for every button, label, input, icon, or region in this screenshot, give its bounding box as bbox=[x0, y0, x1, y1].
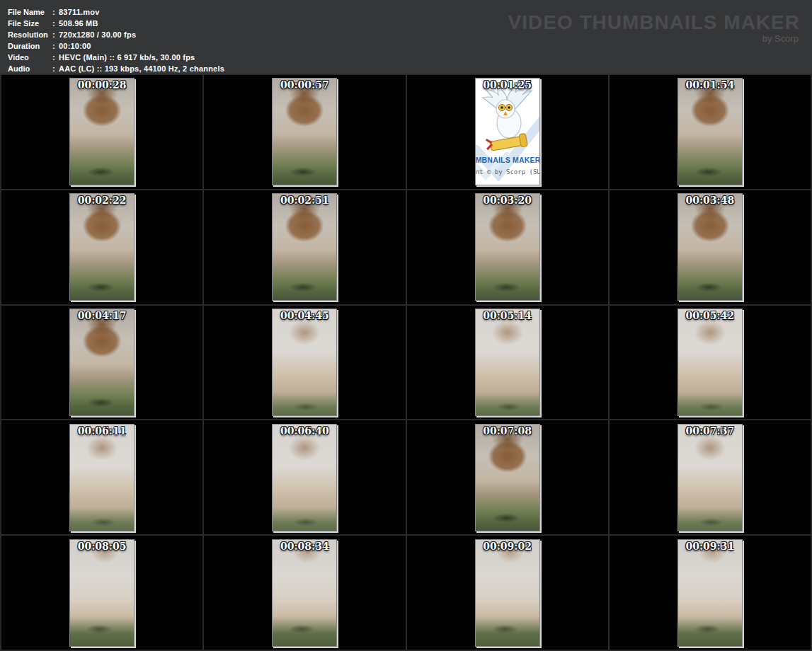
video-thumbnail: 00:09:02 bbox=[475, 539, 540, 647]
thumbnail-cell: 00:02:51 bbox=[204, 190, 405, 304]
video-thumbnail: 00:06:40 bbox=[272, 424, 337, 531]
video-thumbnail: 00:03:20 bbox=[475, 193, 540, 301]
video-thumbnail: 00:07:37 bbox=[677, 424, 743, 531]
info-header: File Name:83711.mov File Size:508.96 MB … bbox=[0, 0, 812, 74]
watermark-title: MBNAILS MAKER 8 bbox=[476, 156, 539, 164]
thumbnail-cell: 00:05:14 bbox=[407, 306, 608, 420]
file-info-separator: : bbox=[52, 29, 59, 40]
video-thumbnail: 00:06:11 bbox=[69, 424, 135, 531]
file-info-label: Video bbox=[8, 52, 52, 63]
timestamp-overlay: 00:01:25 bbox=[476, 79, 539, 91]
timestamp-overlay: 00:02:51 bbox=[273, 195, 336, 206]
file-info-label: File Name bbox=[8, 6, 52, 18]
owl-with-scroll-icon bbox=[479, 85, 536, 153]
thumbnail-cell: 00:08:05 bbox=[1, 536, 202, 650]
timestamp-overlay: 00:08:05 bbox=[70, 541, 134, 552]
file-info-label: File Size bbox=[8, 18, 52, 29]
thumbnail-cell: 00:03:48 bbox=[610, 190, 811, 304]
timestamp-overlay: 00:01:54 bbox=[678, 79, 742, 91]
timestamp-overlay: 00:09:02 bbox=[476, 541, 539, 552]
video-thumbnail: 00:08:34 bbox=[272, 539, 337, 647]
timestamp-overlay: 00:05:14 bbox=[476, 310, 539, 321]
thumbnail-cell: 00:04:45 bbox=[204, 306, 405, 420]
thumbnail-cell: 00:08:34 bbox=[204, 536, 405, 650]
watermark-title-text: MBNAILS MAKER bbox=[476, 156, 540, 164]
thumbnail-cell: 00:07:08 bbox=[407, 420, 608, 534]
file-info-value: 83711.mov bbox=[59, 8, 99, 16]
thumbnail-cell: 00:00:28 bbox=[1, 75, 202, 189]
file-info-value: 720x1280 / 30.00 fps bbox=[59, 30, 136, 39]
file-info-value: 00:10:00 bbox=[59, 42, 91, 50]
timestamp-overlay: 00:03:20 bbox=[476, 195, 539, 206]
file-info-label: Duration bbox=[8, 40, 52, 52]
video-thumbnail: 00:05:14 bbox=[475, 309, 540, 416]
video-thumbnail: 00:02:22 bbox=[69, 193, 135, 301]
timestamp-overlay: 00:07:37 bbox=[678, 425, 742, 437]
thumbnail-cell: 00:02:22 bbox=[1, 190, 202, 304]
thumbnail-grid: 00:00:28 00:00:57 bbox=[0, 74, 812, 651]
thumbnail-cell: 00:07:37 bbox=[610, 420, 811, 534]
app-logo: VIDEO THUMBNAILS MAKER by Scorp bbox=[508, 13, 800, 44]
thumbnail-cell: MBNAILS MAKER 8 nt © by Scorp (SU 00:01:… bbox=[407, 75, 608, 189]
file-info-value: AAC (LC) :: 193 kbps, 44100 Hz, 2 channe… bbox=[59, 64, 224, 73]
video-thumbnail: 00:05:42 bbox=[677, 309, 743, 416]
thumbnail-cell: 00:05:42 bbox=[610, 306, 811, 420]
thumbnail-cell: 00:00:57 bbox=[204, 75, 405, 189]
video-thumbnail: 00:00:57 bbox=[272, 78, 337, 185]
timestamp-overlay: 00:07:08 bbox=[476, 425, 539, 437]
video-thumbnail: 00:01:54 bbox=[677, 78, 743, 185]
video-thumbnail: 00:08:05 bbox=[69, 539, 135, 647]
file-info-separator: : bbox=[52, 18, 59, 29]
timestamp-overlay: 00:00:57 bbox=[273, 79, 336, 91]
thumbnail-cell: 00:03:20 bbox=[407, 190, 608, 304]
file-info-separator: : bbox=[52, 63, 59, 74]
video-thumbnail: 00:04:45 bbox=[272, 309, 337, 416]
watermark-copyright-text: nt © by Scorp (SU bbox=[476, 168, 539, 175]
video-thumbnail: 00:00:28 bbox=[69, 78, 135, 185]
file-info-separator: : bbox=[52, 6, 59, 18]
app-logo-subtitle: by Scorp bbox=[508, 33, 799, 44]
thumbnail-cell: 00:01:54 bbox=[610, 75, 811, 189]
timestamp-overlay: 00:09:31 bbox=[678, 541, 742, 552]
thumbnail-cell: 00:04:17 bbox=[1, 306, 202, 420]
video-thumbnail: MBNAILS MAKER 8 nt © by Scorp (SU 00:01:… bbox=[475, 78, 540, 185]
timestamp-overlay: 00:03:48 bbox=[678, 195, 742, 206]
video-thumbnail: 00:03:48 bbox=[677, 193, 743, 301]
thumbnail-cell: 00:06:11 bbox=[1, 420, 202, 534]
video-thumbnail: 00:09:31 bbox=[677, 539, 743, 647]
file-info-row: Audio:AAC (LC) :: 193 kbps, 44100 Hz, 2 … bbox=[8, 63, 812, 74]
video-thumbnail: 00:02:51 bbox=[272, 193, 337, 301]
file-info-row: Video:HEVC (Main) :: 6 917 kb/s, 30.00 f… bbox=[8, 52, 812, 63]
video-thumbnail: 00:04:17 bbox=[69, 309, 135, 416]
file-info-value: 508.96 MB bbox=[59, 19, 98, 28]
thumbnail-cell: 00:09:31 bbox=[610, 536, 811, 650]
app-logo-title: VIDEO THUMBNAILS MAKER bbox=[508, 13, 800, 33]
file-info-label: Resolution bbox=[8, 29, 52, 40]
timestamp-overlay: 00:02:22 bbox=[70, 195, 134, 206]
timestamp-overlay: 00:06:11 bbox=[70, 425, 134, 437]
timestamp-overlay: 00:08:34 bbox=[273, 541, 336, 552]
file-info-separator: : bbox=[52, 40, 59, 52]
timestamp-overlay: 00:05:42 bbox=[678, 310, 742, 321]
timestamp-overlay: 00:04:17 bbox=[70, 310, 134, 321]
thumbnail-cell: 00:09:02 bbox=[407, 536, 608, 650]
timestamp-overlay: 00:00:28 bbox=[70, 79, 134, 91]
file-info-value: HEVC (Main) :: 6 917 kb/s, 30.00 fps bbox=[59, 53, 195, 62]
timestamp-overlay: 00:06:40 bbox=[273, 425, 336, 437]
file-info-separator: : bbox=[52, 52, 59, 63]
file-info-label: Audio bbox=[8, 63, 52, 74]
thumbnail-cell: 00:06:40 bbox=[204, 420, 405, 534]
video-thumbnail: 00:07:08 bbox=[475, 424, 540, 531]
timestamp-overlay: 00:04:45 bbox=[273, 310, 336, 321]
